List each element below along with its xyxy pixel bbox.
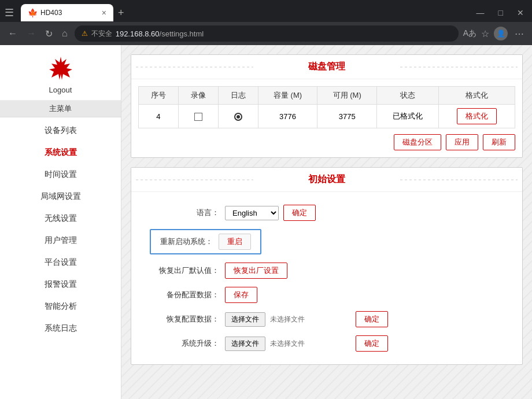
url-bar[interactable]: ⚠ 不安全 192.168.8.60/settings.html (75, 25, 459, 42)
backup-config-row: 备份配置数据： 保存 (150, 287, 504, 303)
disk-table: 序号录像日志容量 (M)可用 (M)状态格式化 437763775已格式化格式化 (138, 86, 515, 128)
refresh-button[interactable]: ↻ (43, 27, 55, 40)
init-panel-title: 初始设置 (131, 168, 522, 192)
upgrade-file-button[interactable]: 选择文件 (225, 337, 265, 351)
disk-row-available: 3775 (317, 105, 377, 128)
disk-table-head: 序号录像日志容量 (M)可用 (M)状态格式化 (139, 87, 515, 105)
logout-button[interactable]: Logout (49, 86, 72, 94)
disk-row-capacity: 3776 (258, 105, 317, 128)
sidebar-item-wireless-settings[interactable]: 无线设置 (0, 208, 121, 230)
insecure-label: 不安全 (91, 29, 112, 39)
main-area: 磁盘管理 序号录像日志容量 (M)可用 (M)状态格式化 437763775已格… (121, 45, 532, 399)
sidebar-item-system-settings[interactable]: 系统设置 (0, 142, 121, 164)
logo-icon (47, 54, 75, 82)
language-select[interactable]: English 中文 (225, 206, 279, 220)
partition-button[interactable]: 磁盘分区 (394, 134, 441, 150)
sidebar: Logout 主菜单 设备列表系统设置时间设置局域网设置无线设置用户管理平台设置… (0, 45, 121, 399)
upgrade-no-file: 未选择文件 (270, 339, 305, 349)
language-confirm-button[interactable]: 确定 (283, 205, 316, 221)
disk-panel-body: 序号录像日志容量 (M)可用 (M)状态格式化 437763775已格式化格式化… (131, 79, 522, 157)
backup-config-label: 备份配置数据： (150, 290, 219, 300)
tab-close-btn[interactable]: × (102, 9, 106, 17)
active-tab[interactable]: 🍁 HD403 × (21, 4, 113, 21)
restore-config-row: 恢复配置数据： 选择文件 未选择文件 确定 (150, 311, 504, 327)
backup-config-controls: 保存 (225, 287, 257, 303)
url-domain: 192.168.8.60/settings.html (116, 29, 204, 38)
restore-config-controls: 选择文件 未选择文件 确定 (225, 311, 388, 327)
format-button[interactable]: 格式化 (457, 108, 497, 124)
sidebar-item-user-management[interactable]: 用户管理 (0, 230, 121, 252)
upgrade-controls: 选择文件 未选择文件 确定 (225, 335, 388, 352)
refresh-button[interactable]: 刷新 (483, 134, 515, 150)
tab-bar: ☰ 🍁 HD403 × + — □ ✕ (0, 0, 532, 22)
restore-config-confirm-button[interactable]: 确定 (356, 311, 388, 327)
language-label: 语言： (150, 208, 219, 218)
disk-table-row: 437763775已格式化格式化 (139, 105, 515, 128)
backup-save-button[interactable]: 保存 (225, 287, 257, 303)
disk-col-header: 录像 (178, 87, 218, 105)
disk-col-header: 容量 (M) (258, 87, 317, 105)
sidebar-item-device-list[interactable]: 设备列表 (0, 120, 121, 142)
sidebar-item-smart-analysis[interactable]: 智能分析 (0, 295, 121, 317)
disk-table-header-row: 序号录像日志容量 (M)可用 (M)状态格式化 (139, 87, 515, 105)
settings-form: 语言： English 中文 确定 重新启动系统： (138, 199, 515, 357)
page-content: Logout 主菜单 设备列表系统设置时间设置局域网设置无线设置用户管理平台设置… (0, 45, 532, 399)
sidebar-item-lan-settings[interactable]: 局域网设置 (0, 186, 121, 208)
sidebar-nav: 设备列表系统设置时间设置局域网设置无线设置用户管理平台设置报警设置智能分析系统日… (0, 117, 121, 342)
warning-icon: ⚠ (82, 29, 88, 38)
profile-button[interactable]: 👤 (494, 27, 508, 40)
disk-row-format: 格式化 (439, 105, 515, 128)
sidebar-item-time-settings[interactable]: 时间设置 (0, 164, 121, 186)
restore-config-file-button[interactable]: 选择文件 (225, 312, 265, 327)
restart-button[interactable]: 重启 (219, 234, 251, 250)
disk-management-panel: 磁盘管理 序号录像日志容量 (M)可用 (M)状态格式化 437763775已格… (131, 54, 523, 158)
restart-box: 重新启动系统： 重启 (150, 229, 261, 254)
sidebar-item-alarm-settings[interactable]: 报警设置 (0, 274, 121, 295)
back-button[interactable]: ← (6, 27, 20, 40)
disk-col-header: 可用 (M) (317, 87, 377, 105)
close-button[interactable]: ✕ (513, 7, 527, 19)
sidebar-item-system-log[interactable]: 系统日志 (0, 317, 121, 339)
upgrade-row: 系统升级： 选择文件 未选择文件 确定 (150, 335, 504, 352)
main-menu-label: 主菜单 (0, 101, 121, 117)
restore-config-label: 恢复配置数据： (150, 314, 219, 324)
disk-col-header: 格式化 (439, 87, 515, 105)
window-controls-right: — □ ✕ (473, 7, 527, 19)
disk-row-log[interactable] (218, 105, 258, 128)
disk-actions: 磁盘分区 应用 刷新 (138, 134, 515, 150)
maximize-button[interactable]: □ (495, 7, 507, 19)
record-checkbox[interactable] (194, 113, 202, 121)
language-controls: English 中文 确定 (225, 205, 316, 221)
window-controls-left: ☰ (5, 6, 16, 19)
tab-title: HD403 (40, 9, 62, 17)
browser-actions: Aあ ☆ 👤 ⋯ (463, 27, 526, 40)
restore-factory-row: 恢复出厂默认值： 恢复出厂设置 (150, 263, 504, 279)
upgrade-label: 系统升级： (150, 338, 219, 349)
apply-button[interactable]: 应用 (446, 134, 478, 150)
restore-config-no-file: 未选择文件 (270, 315, 305, 324)
disk-col-header: 日志 (218, 87, 258, 105)
disk-col-header: 状态 (377, 87, 439, 105)
restore-factory-label: 恢复出厂默认值： (150, 265, 219, 276)
init-panel-body: 语言： English 中文 确定 重新启动系统： (131, 192, 522, 364)
menu-button[interactable]: ⋯ (512, 27, 526, 40)
translate-icon[interactable]: Aあ (463, 28, 476, 39)
disk-row-id: 4 (139, 105, 179, 128)
disk-row-record[interactable] (178, 105, 218, 128)
log-radio[interactable] (234, 113, 242, 121)
new-tab-button[interactable]: + (113, 8, 129, 18)
upgrade-confirm-button[interactable]: 确定 (356, 335, 388, 352)
home-button[interactable]: ⌂ (60, 27, 70, 40)
disk-table-body: 437763775已格式化格式化 (139, 105, 515, 128)
disk-row-status: 已格式化 (377, 105, 439, 128)
sidebar-item-platform-settings[interactable]: 平台设置 (0, 252, 121, 274)
restore-factory-controls: 恢复出厂设置 (225, 263, 287, 279)
minimize-button[interactable]: — (473, 7, 488, 19)
browser-chrome: ☰ 🍁 HD403 × + — □ ✕ ← → ↻ ⌂ ⚠ 不安全 192.16… (0, 0, 532, 45)
forward-button[interactable]: → (24, 27, 38, 40)
bookmark-icon[interactable]: ☆ (481, 28, 489, 39)
address-bar: ← → ↻ ⌂ ⚠ 不安全 192.168.8.60/settings.html… (0, 22, 532, 45)
restart-label: 重新启动系统： (160, 237, 213, 247)
sidebar-logo: Logout (0, 45, 121, 101)
restore-factory-button[interactable]: 恢复出厂设置 (225, 263, 287, 279)
